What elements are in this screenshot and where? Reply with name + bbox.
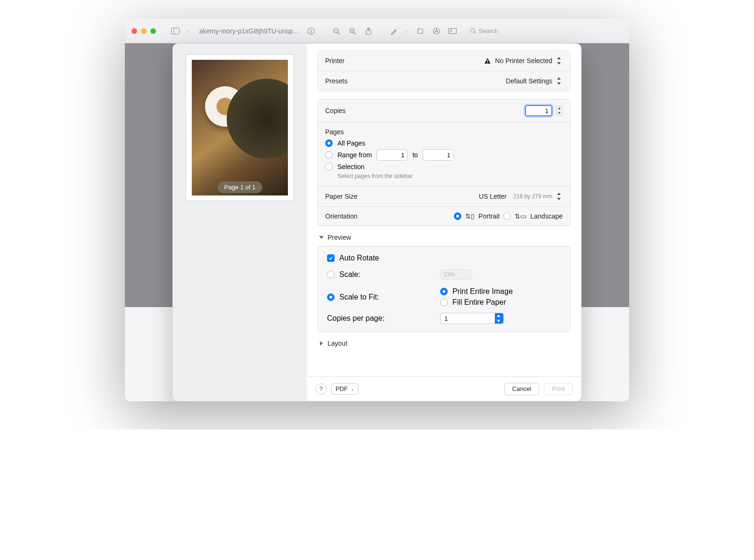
zoom-in-icon[interactable] [346,25,359,37]
fill-entire-paper-radio[interactable] [440,299,448,306]
disclosure-triangle-icon [319,236,324,239]
print-entire-image-radio[interactable] [440,288,448,295]
range-from-input[interactable] [377,149,408,161]
popup-arrows-icon [556,57,563,65]
popup-arrows-icon [556,77,563,85]
orientation-portrait-radio[interactable] [454,212,461,220]
print-dialog: Page 1 of 1 Printer No Printer Selected [172,43,582,401]
range-to-label: to [412,151,418,159]
layout-section-title: Layout [328,340,347,347]
orientation-row: Orientation ⇅▯ Portrait ⇅▭ Landscape [318,206,570,226]
dialog-footer: ? PDF ⌄ Cancel Print [307,376,581,401]
search-field[interactable]: Search [467,25,547,36]
pages-range-label: Range from [337,151,372,159]
cancel-button[interactable]: Cancel [504,383,539,395]
share-icon[interactable] [362,25,375,37]
traffic-lights [131,28,156,34]
orientation-label: Orientation [325,212,357,220]
scale-radio[interactable] [327,271,335,278]
select-arrows-icon [496,314,502,323]
window-title: akemy-mory-p1xGi8jh9TU-unsp... [199,27,298,35]
orientation-landscape-label: Landscape [530,212,563,220]
pages-selection-radio[interactable] [325,163,333,170]
copies-label: Copies [325,107,346,114]
landscape-icon: ⇅▭ [515,212,526,220]
titlebar: ⌄ akemy-mory-p1xGi8jh9TU-unsp... ⌄ Searc… [125,19,629,43]
preview-window: ⌄ akemy-mory-p1xGi8jh9TU-unsp... ⌄ Searc… [125,19,629,401]
presets-value: Default Settings [506,77,552,85]
close-window-button[interactable] [131,28,137,34]
paper-size-popup[interactable]: US Letter 216 by 279 mm [479,192,563,201]
page-thumbnail[interactable]: Page 1 of 1 [186,54,294,201]
page-setup-panel: Copies Pages All Pages [317,99,571,226]
auto-rotate-checkbox[interactable] [327,254,335,262]
printer-label: Printer [325,57,344,65]
paper-size-dimensions: 216 by 279 mm [513,193,552,200]
form-icon[interactable] [446,25,459,37]
scale-to-fit-label: Scale to Fit: [339,293,379,301]
svg-line-9 [354,32,356,34]
pdf-menu-button[interactable]: PDF ⌄ [331,383,359,395]
presets-popup[interactable]: Default Settings [506,77,563,85]
presets-label: Presets [325,77,347,85]
range-to-input[interactable] [423,149,454,161]
minimize-window-button[interactable] [141,28,147,34]
svg-point-3 [311,29,311,30]
copies-per-page-value: 1 [444,315,448,322]
pages-selection-hint: Select pages from the sidebar [337,173,563,179]
pages-label: Pages [325,128,563,136]
scale-label: Scale: [339,270,360,279]
sidebar-menu-chevron-icon[interactable]: ⌄ [185,28,189,33]
copies-stepper[interactable] [556,106,563,116]
fill-entire-paper-label: Fill Entire Paper [452,298,506,307]
disclosure-triangle-icon [320,341,323,346]
preview-disclosure[interactable]: Preview [319,234,571,241]
zoom-out-icon[interactable] [330,25,343,37]
search-placeholder: Search [479,27,498,34]
pages-all-label: All Pages [337,139,365,147]
printer-presets-panel: Printer No Printer Selected Presets Defa… [317,50,571,91]
paper-size-label: Paper Size [325,193,357,200]
search-icon [470,28,476,34]
svg-point-17 [471,29,475,32]
orientation-landscape-radio[interactable] [503,212,511,220]
help-button[interactable]: ? [315,383,327,395]
svg-rect-14 [418,29,423,33]
copies-input[interactable] [525,105,552,116]
svg-rect-16 [449,28,457,33]
printer-popup[interactable]: No Printer Selected [484,57,563,65]
presets-row: Presets Default Settings [318,71,570,91]
pages-all-radio[interactable] [325,139,333,147]
info-icon[interactable] [305,25,317,37]
svg-rect-4 [311,31,311,33]
popup-arrows-icon [556,192,563,201]
print-button[interactable]: Print [544,383,573,395]
portrait-icon: ⇅▯ [465,212,475,220]
sidebar-toggle-icon[interactable] [169,25,181,37]
chevron-down-icon: ⌄ [351,386,354,391]
rotate-icon[interactable] [414,25,426,37]
highlight-icon[interactable] [388,25,400,37]
paper-size-row: Paper Size US Letter 216 by 279 mm [318,186,570,206]
scale-to-fit-radio[interactable] [327,293,335,301]
markup-icon[interactable] [430,25,443,37]
layout-disclosure[interactable]: Layout [319,340,571,347]
preview-section-title: Preview [328,234,351,241]
page-indicator: Page 1 of 1 [218,181,262,193]
svg-rect-0 [172,28,180,34]
zoom-window-button[interactable] [150,28,156,34]
scale-value-input [440,269,472,280]
printer-row: Printer No Printer Selected [318,51,570,71]
print-options-pane: Printer No Printer Selected Presets Defa… [307,44,581,401]
highlight-menu-chevron-icon[interactable]: ⌄ [404,28,408,33]
pages-range-radio[interactable] [325,151,333,159]
pages-selection-label: Selection [337,163,365,170]
copies-per-page-select[interactable]: 1 [440,313,504,324]
auto-rotate-label: Auto Rotate [339,254,379,262]
copies-per-page-label: Copies per page: [327,314,440,323]
paper-size-value: US Letter [479,193,507,200]
copies-row: Copies [318,99,570,122]
warning-icon [484,57,492,65]
print-preview-pane: Page 1 of 1 [173,44,307,401]
svg-line-18 [474,32,475,33]
